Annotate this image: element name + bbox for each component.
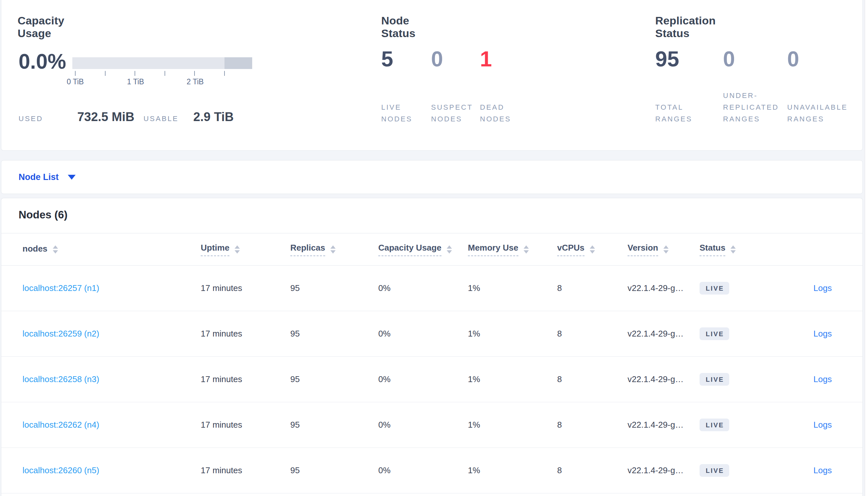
capacity-percent: 0.0% bbox=[18, 49, 66, 74]
capacity-usage-cell: 0% bbox=[378, 448, 391, 493]
column-header-vcpus[interactable]: vCPUs bbox=[557, 233, 595, 265]
node-link[interactable]: localhost:26262 (n4) bbox=[23, 420, 99, 430]
node-list-dropdown[interactable]: Node List bbox=[1, 160, 863, 193]
version-cell: v22.1.4-29-g… bbox=[628, 402, 684, 448]
total-ranges-label: TOTAL RANGES bbox=[655, 102, 723, 125]
status-badge: LIVE bbox=[700, 419, 729, 431]
cluster-overview-card: Capacity Usage 0.0% 0 TiB 1 TiB 2 TiB US… bbox=[1, 0, 863, 151]
capacity-usage-title: Capacity Usage bbox=[18, 14, 64, 40]
memory-use-cell: 1% bbox=[468, 357, 480, 402]
used-label: USED bbox=[18, 114, 43, 123]
sort-icon bbox=[590, 245, 595, 253]
uptime-cell: 17 minutes bbox=[201, 311, 242, 356]
usable-label: USABLE bbox=[144, 114, 179, 123]
suspect-nodes-label: SUSPECT NODES bbox=[431, 102, 480, 125]
axis-tick-label: 2 TiB bbox=[179, 77, 211, 86]
axis-tick bbox=[165, 71, 165, 76]
table-header-row: nodes Uptime Replicas Capacity Usage Mem… bbox=[1, 233, 863, 266]
replicas-cell: 95 bbox=[290, 448, 300, 493]
suspect-nodes-count: 0 bbox=[431, 48, 480, 69]
replicas-cell: 95 bbox=[290, 266, 300, 311]
nodes-table-card: Nodes (6) nodes Uptime Replicas Capacity… bbox=[1, 198, 863, 496]
version-cell: v22.1.4-29-g… bbox=[628, 357, 684, 402]
status-badge: LIVE bbox=[700, 327, 729, 340]
column-header-status[interactable]: Status bbox=[700, 233, 736, 265]
sort-icon bbox=[731, 245, 736, 253]
node-list-dropdown-label: Node List bbox=[18, 172, 59, 182]
status-badge: LIVE bbox=[700, 373, 729, 386]
sort-icon bbox=[53, 245, 58, 253]
unavailable-ranges-count: 0 bbox=[787, 48, 865, 69]
chevron-down-icon bbox=[68, 175, 76, 180]
node-link[interactable]: localhost:26259 (n2) bbox=[23, 329, 99, 339]
version-cell: v22.1.4-29-g… bbox=[628, 311, 684, 356]
logs-link[interactable]: Logs bbox=[813, 283, 832, 293]
version-cell: v22.1.4-29-g… bbox=[628, 448, 684, 493]
axis-tick bbox=[135, 71, 135, 76]
vcpus-cell: 8 bbox=[557, 311, 562, 356]
column-header-nodes[interactable]: nodes bbox=[23, 233, 58, 265]
sort-icon bbox=[524, 245, 529, 253]
column-header-capacity-usage[interactable]: Capacity Usage bbox=[378, 233, 452, 265]
status-badge: LIVE bbox=[700, 464, 729, 477]
node-link[interactable]: localhost:26258 (n3) bbox=[23, 374, 99, 384]
table-row: localhost:26259 (n2) 17 minutes 95 0% 1%… bbox=[1, 311, 863, 357]
axis-tick bbox=[75, 71, 76, 76]
replicas-cell: 95 bbox=[290, 357, 300, 402]
capacity-usage-cell: 0% bbox=[378, 266, 391, 311]
used-value: 732.5 MiB bbox=[77, 110, 134, 124]
capacity-usage-cell: 0% bbox=[378, 311, 391, 356]
sort-icon bbox=[330, 245, 335, 253]
vcpus-cell: 8 bbox=[557, 266, 562, 311]
memory-use-cell: 1% bbox=[468, 266, 480, 311]
table-row: localhost:26257 (n1) 17 minutes 95 0% 1%… bbox=[1, 266, 863, 311]
under-replicated-ranges-label: UNDER-REPLICATED RANGES bbox=[723, 90, 787, 125]
logs-link[interactable]: Logs bbox=[813, 329, 832, 339]
under-replicated-ranges-count: 0 bbox=[723, 48, 787, 69]
nodes-table-heading: Nodes (6) bbox=[18, 208, 68, 221]
column-header-uptime[interactable]: Uptime bbox=[201, 233, 240, 265]
dead-nodes-label: DEAD NODES bbox=[480, 102, 526, 125]
table-row: localhost:26258 (n3) 17 minutes 95 0% 1%… bbox=[1, 357, 863, 402]
node-link[interactable]: localhost:26260 (n5) bbox=[23, 465, 99, 476]
sort-icon bbox=[235, 245, 240, 253]
replicas-cell: 95 bbox=[290, 311, 300, 356]
capacity-bar-track bbox=[72, 57, 252, 69]
logs-link[interactable]: Logs bbox=[813, 420, 832, 430]
memory-use-cell: 1% bbox=[468, 448, 480, 493]
axis-tick-label: 0 TiB bbox=[59, 77, 92, 86]
capacity-used-usable-row: USED 732.5 MiB USABLE 2.9 TiB bbox=[18, 110, 234, 124]
column-header-memory-use[interactable]: Memory Use bbox=[468, 233, 529, 265]
axis-tick bbox=[194, 71, 195, 76]
scrollbar[interactable] bbox=[865, 0, 868, 496]
logs-link[interactable]: Logs bbox=[813, 465, 832, 476]
dead-nodes-count: 1 bbox=[480, 48, 526, 69]
uptime-cell: 17 minutes bbox=[201, 448, 242, 493]
unavailable-ranges-label: UNAVAILABLE RANGES bbox=[787, 102, 865, 125]
replicas-cell: 95 bbox=[290, 402, 300, 448]
node-link[interactable]: localhost:26257 (n1) bbox=[23, 283, 99, 293]
live-nodes-count: 5 bbox=[381, 48, 431, 69]
replication-status-title: Replication Status bbox=[655, 14, 716, 40]
capacity-bar-chart: 0 TiB 1 TiB 2 TiB bbox=[72, 57, 252, 96]
capacity-usage-cell: 0% bbox=[378, 402, 391, 448]
column-header-version[interactable]: Version bbox=[628, 233, 669, 265]
node-list-card: Node List bbox=[1, 160, 863, 194]
vcpus-cell: 8 bbox=[557, 402, 562, 448]
sort-icon bbox=[447, 245, 452, 253]
memory-use-cell: 1% bbox=[468, 402, 480, 448]
logs-link[interactable]: Logs bbox=[813, 374, 832, 384]
sort-icon bbox=[663, 245, 669, 253]
table-row: localhost:26262 (n4) 17 minutes 95 0% 1%… bbox=[1, 402, 863, 448]
capacity-usage-cell: 0% bbox=[378, 357, 391, 402]
column-header-replicas[interactable]: Replicas bbox=[290, 233, 335, 265]
table-row: localhost:26260 (n5) 17 minutes 95 0% 1%… bbox=[1, 448, 863, 493]
status-badge: LIVE bbox=[700, 282, 729, 295]
version-cell: v22.1.4-29-g… bbox=[628, 266, 684, 311]
uptime-cell: 17 minutes bbox=[201, 402, 242, 448]
axis-tick bbox=[105, 71, 106, 76]
axis-tick-label: 1 TiB bbox=[119, 77, 152, 86]
table-body: localhost:26257 (n1) 17 minutes 95 0% 1%… bbox=[1, 266, 863, 493]
usable-value: 2.9 TiB bbox=[193, 110, 234, 124]
vcpus-cell: 8 bbox=[557, 357, 562, 402]
